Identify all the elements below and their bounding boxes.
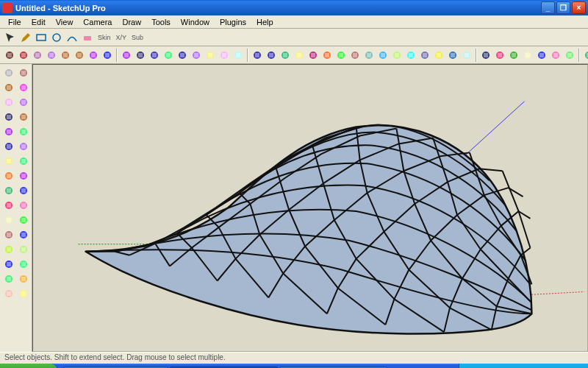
- svg-rect-50: [339, 53, 343, 57]
- pencil-icon[interactable]: [18, 30, 33, 45]
- menu-tools[interactable]: Tools: [146, 16, 176, 28]
- circle-icon[interactable]: [49, 30, 64, 45]
- polygon-icon[interactable]: [1, 110, 15, 124]
- offset-icon[interactable]: [1, 154, 15, 168]
- menu-plugins[interactable]: Plugins: [215, 16, 251, 28]
- pan-icon[interactable]: [1, 227, 15, 241]
- iso-icon[interactable]: [251, 48, 264, 63]
- rect-icon[interactable]: [1, 95, 15, 109]
- freehand-icon[interactable]: [120, 48, 133, 63]
- arc-icon[interactable]: [59, 48, 72, 63]
- menu-view[interactable]: View: [51, 16, 79, 28]
- move-icon[interactable]: [16, 124, 30, 138]
- paint-icon[interactable]: [16, 80, 30, 94]
- svg-rect-68: [465, 53, 469, 57]
- position-icon[interactable]: [1, 272, 15, 286]
- back-icon[interactable]: [306, 48, 320, 63]
- front-icon[interactable]: [279, 48, 292, 63]
- pushpull-icon[interactable]: [16, 154, 30, 168]
- text-icon[interactable]: [16, 183, 30, 197]
- rotate-icon[interactable]: [176, 48, 189, 63]
- rewind-icon[interactable]: [218, 48, 231, 63]
- select-icon[interactable]: [1, 66, 15, 79]
- protractor-icon[interactable]: [582, 48, 588, 63]
- polygon-icon[interactable]: [134, 48, 147, 63]
- scale-icon[interactable]: [16, 139, 30, 153]
- axes-icon[interactable]: [549, 48, 562, 63]
- orbit-icon[interactable]: [16, 213, 30, 227]
- hidden-icon[interactable]: [390, 48, 404, 63]
- scale-icon[interactable]: [190, 48, 203, 63]
- next-icon[interactable]: [16, 257, 30, 271]
- minimize-button[interactable]: _: [541, 1, 555, 14]
- section-icon[interactable]: [493, 48, 506, 63]
- menu-draw[interactable]: Draw: [117, 16, 146, 28]
- arc-icon[interactable]: [16, 110, 30, 124]
- eraser-icon[interactable]: [1, 80, 15, 94]
- wireframe-icon[interactable]: [460, 48, 473, 63]
- extrude-icon[interactable]: [148, 48, 161, 63]
- svg-rect-144: [7, 218, 11, 222]
- pan-icon[interactable]: [348, 48, 362, 63]
- dims-icon[interactable]: [1, 213, 15, 227]
- zoom-window-icon[interactable]: [1, 242, 15, 256]
- text-icon[interactable]: [535, 48, 548, 63]
- zoom-icon[interactable]: [16, 227, 30, 241]
- styles-icon[interactable]: [376, 48, 390, 63]
- system-tray[interactable]: 1:59 PM: [459, 364, 588, 368]
- menu-camera[interactable]: Camera: [78, 16, 117, 28]
- select-arrow-icon[interactable]: [3, 48, 16, 63]
- lookaround-icon[interactable]: [1, 286, 15, 300]
- perspective-icon[interactable]: [320, 48, 334, 63]
- scene-canvas[interactable]: [33, 65, 587, 351]
- shadow-icon[interactable]: [432, 48, 445, 63]
- xray-icon[interactable]: [446, 48, 459, 63]
- display-settings-icon[interactable]: [418, 48, 431, 63]
- tape-icon[interactable]: [87, 48, 100, 63]
- mesh-surface[interactable]: [86, 125, 532, 334]
- axes-icon[interactable]: [16, 198, 30, 212]
- circle-icon[interactable]: [45, 48, 58, 63]
- eraser-icon[interactable]: [80, 30, 95, 45]
- top-icon[interactable]: [265, 48, 278, 63]
- zoom-extents-icon[interactable]: [16, 242, 30, 256]
- menu-window[interactable]: Window: [176, 16, 215, 28]
- menu-file[interactable]: File: [3, 16, 26, 28]
- tape-icon[interactable]: [16, 169, 30, 183]
- orbit-icon[interactable]: [334, 48, 348, 63]
- prev-icon[interactable]: [1, 257, 15, 271]
- protractor-icon[interactable]: [1, 183, 15, 197]
- rotate-icon[interactable]: [1, 139, 15, 153]
- svg-rect-40: [269, 53, 273, 57]
- line-icon[interactable]: [16, 66, 30, 79]
- ruby-icon[interactable]: [507, 48, 520, 63]
- move-icon[interactable]: [162, 48, 175, 63]
- dims-icon[interactable]: [521, 48, 534, 63]
- offset-icon[interactable]: [204, 48, 217, 63]
- paint-bucket-icon[interactable]: [101, 48, 114, 63]
- component-icon[interactable]: [479, 48, 492, 63]
- select-icon[interactable]: [3, 30, 18, 45]
- freehand-icon[interactable]: [1, 124, 15, 138]
- menu-edit[interactable]: Edit: [26, 16, 51, 28]
- search-icon[interactable]: [232, 48, 245, 63]
- maximize-button[interactable]: ❐: [556, 1, 570, 14]
- menu-help[interactable]: Help: [251, 16, 279, 28]
- arc-icon[interactable]: [65, 30, 79, 45]
- followme-icon[interactable]: [1, 169, 15, 183]
- viewport-3d[interactable]: [32, 64, 588, 352]
- start-button[interactable]: start: [0, 364, 57, 368]
- section-icon[interactable]: [1, 198, 15, 212]
- right-icon[interactable]: [293, 48, 306, 63]
- close-button[interactable]: ×: [572, 1, 586, 14]
- walk-icon[interactable]: [16, 272, 30, 286]
- shadows-icon[interactable]: [16, 286, 30, 300]
- field-of-view-icon[interactable]: [362, 48, 376, 63]
- circle-icon[interactable]: [16, 95, 30, 109]
- pencil-icon[interactable]: [17, 48, 30, 63]
- 3dtext-icon[interactable]: [563, 48, 576, 63]
- layers-icon[interactable]: [404, 48, 417, 63]
- eraser-icon[interactable]: [73, 48, 86, 63]
- rectangle-icon[interactable]: [31, 48, 44, 63]
- rectangle-icon[interactable]: [34, 30, 49, 45]
